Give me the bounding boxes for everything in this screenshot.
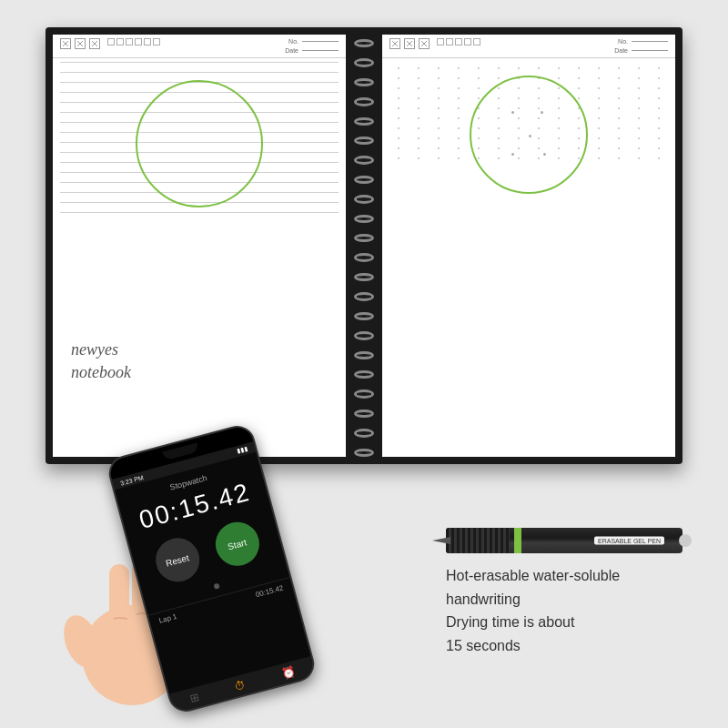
spiral-ring	[354, 97, 374, 106]
phone-lap-label: Lap 1	[158, 612, 178, 625]
right-page-fields: No. Date	[614, 38, 668, 54]
pen-tip	[432, 537, 450, 544]
icon-box-2	[75, 38, 86, 49]
icon-box-1	[60, 38, 71, 49]
right-page-header: No. Date	[382, 35, 675, 58]
desc-line4: 15 seconds	[446, 638, 521, 653]
spiral-ring	[354, 78, 374, 86]
spiral-binding	[350, 35, 378, 457]
start-label: Start	[227, 537, 248, 551]
desc-line3: Drying time is about	[446, 614, 574, 630]
spiral-ring	[354, 312, 374, 320]
phone-nav-icon-2[interactable]: ⏱	[234, 678, 248, 693]
phone-dot	[213, 583, 219, 590]
brand-text: newyes notebook	[71, 339, 131, 384]
spiral-ring	[354, 351, 374, 359]
notebook: No. Date	[46, 27, 682, 464]
pen-label-text: ERASABLE GEL PEN	[594, 537, 664, 545]
right-page: No. Date for(let i=0;i<140;i++){document…	[382, 35, 675, 457]
reset-label: Reset	[165, 552, 190, 568]
right-page-icons	[389, 38, 480, 49]
date-label: Date	[285, 47, 298, 54]
no-label: No.	[288, 38, 298, 45]
phone-lap-row: Lap 1 00:15.42	[148, 577, 294, 631]
bottom-section: 3:23 PM ▮▮▮ Stopwatch 00:15.42 Reset Sta…	[46, 473, 682, 728]
spiral-ring	[354, 176, 374, 184]
spiral-ring	[354, 39, 374, 47]
phone-start-button[interactable]: Start	[210, 517, 264, 571]
r-date-label: Date	[614, 47, 628, 54]
spiral-ring	[354, 370, 374, 379]
spiral-ring	[354, 449, 374, 457]
phone-nav-icon-3[interactable]: ⏰	[280, 664, 297, 680]
spiral-ring	[354, 234, 374, 242]
r-icon-box-3	[419, 38, 430, 49]
spiral-ring	[354, 292, 374, 300]
left-page-header: No. Date	[53, 35, 346, 58]
spiral-ring	[354, 273, 374, 281]
green-circle-left	[136, 80, 263, 207]
svg-rect-14	[109, 564, 129, 646]
spiral-ring	[354, 410, 374, 418]
phone-nav-icon-1[interactable]: ⊞	[188, 691, 200, 705]
phone-lap-time: 00:15.42	[255, 584, 284, 600]
left-page-fields: No. Date	[285, 38, 339, 54]
description: Hot-erasable water-soluble handwriting D…	[446, 564, 682, 657]
spiral-ring	[354, 156, 374, 164]
spiral-ring	[354, 117, 374, 126]
spiral-ring	[354, 389, 374, 398]
spiral-ring	[354, 253, 374, 261]
spiral-ring	[354, 331, 374, 339]
pen-grip	[446, 528, 510, 553]
spiral-ring	[354, 136, 374, 145]
pen-eraser	[679, 534, 692, 547]
spiral-ring	[354, 58, 374, 66]
icon-box-3	[89, 38, 100, 49]
pen: ERASABLE GEL PEN	[446, 528, 682, 553]
main-container: No. Date	[0, 0, 728, 728]
left-page-icons	[60, 38, 160, 49]
desc-line2: handwriting	[446, 592, 521, 607]
pen-body: ERASABLE GEL PEN	[446, 528, 682, 553]
r-no-label: No.	[618, 38, 628, 45]
circle-dots	[470, 76, 588, 194]
r-icon-box-1	[389, 38, 400, 49]
spiral-ring	[354, 195, 374, 203]
spiral-ring	[354, 429, 374, 437]
left-page: No. Date	[53, 35, 346, 457]
pen-green-band	[514, 528, 521, 553]
phone-reset-button[interactable]: Reset	[150, 533, 204, 587]
r-icon-box-2	[404, 38, 415, 49]
spiral-ring	[354, 215, 374, 223]
desc-line1: Hot-erasable water-soluble	[446, 568, 620, 583]
